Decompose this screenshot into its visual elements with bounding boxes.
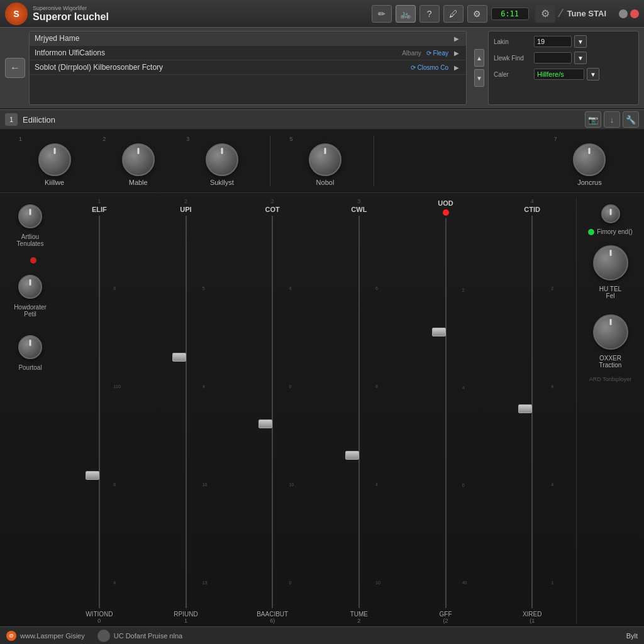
window-controls bbox=[619, 9, 639, 18]
right-knob-top[interactable] bbox=[601, 204, 620, 223]
left-label-2: Howdorater Petil bbox=[14, 304, 47, 318]
fader-handle-cwl[interactable] bbox=[345, 451, 359, 460]
left-knob-3[interactable] bbox=[18, 335, 42, 359]
knob-3[interactable] bbox=[206, 143, 238, 176]
preset-item[interactable]: Soblot (Dirrplool) Kilberosonber Fctory … bbox=[30, 60, 466, 75]
knob-group-1: 1 Kiillwe bbox=[13, 136, 96, 186]
close-button[interactable] bbox=[630, 9, 639, 18]
status-label: Fimory end() bbox=[597, 228, 633, 235]
knob-label-3: Sukllyst bbox=[210, 179, 234, 186]
knob-num-2: 2 bbox=[103, 136, 106, 142]
llewk-input[interactable] bbox=[534, 52, 572, 64]
channel-num: 3 bbox=[357, 198, 360, 204]
scroll-up-button[interactable]: ▲ bbox=[474, 49, 484, 67]
question-icon[interactable]: ? bbox=[419, 5, 440, 23]
camera-icon[interactable]: 📷 bbox=[585, 111, 601, 128]
knobs-row: 1 Kiillwe 2 Mable 3 Sukllyst 5 Nobol bbox=[0, 130, 644, 193]
knob-1[interactable] bbox=[38, 143, 71, 176]
knob-7[interactable] bbox=[573, 143, 606, 176]
preset-item[interactable]: Mrjyed Hame ▶ bbox=[30, 31, 466, 46]
status-dot-center bbox=[97, 630, 110, 642]
pen-icon[interactable]: 🖊 bbox=[443, 5, 464, 23]
llewk-dropdown[interactable]: ▼ bbox=[574, 52, 587, 64]
left-knob-2[interactable] bbox=[18, 275, 42, 299]
preset-name: Soblot (Dirrplool) Kilberosonber Fctory bbox=[35, 63, 411, 72]
wrench-icon[interactable]: 🔧 bbox=[623, 111, 639, 128]
section-header: 1 Ediliction 📷 ↓ 🔧 bbox=[0, 109, 644, 130]
preset-meta: ⟳ Closmo Co bbox=[411, 64, 448, 71]
minimize-button[interactable] bbox=[619, 9, 628, 18]
mixer-section: Artliou Tenulates Howdorater Petil Pourt… bbox=[0, 193, 644, 626]
channel-label-cwl: CWL bbox=[351, 206, 367, 213]
gear-small-icon[interactable]: ⚙ bbox=[467, 5, 487, 23]
fader-handle-cot[interactable] bbox=[258, 419, 272, 428]
caler-dropdown[interactable]: ▼ bbox=[587, 68, 599, 80]
uod-indicator bbox=[443, 209, 449, 216]
right-knob-bottom-label: OXXER Traction bbox=[599, 355, 622, 369]
fader-handle-uod[interactable] bbox=[432, 328, 446, 336]
channel-value-cwl: TUME bbox=[350, 611, 368, 618]
right-knob-middle-label: HU TEL Fel bbox=[599, 286, 621, 299]
preset-info: Albany bbox=[402, 50, 421, 57]
back-button[interactable]: ← bbox=[5, 58, 25, 78]
section-number: 1 bbox=[5, 113, 18, 126]
caler-label: Caler bbox=[494, 71, 531, 78]
channel-uod: UOD 24040 GFF (2 bbox=[404, 198, 487, 624]
title-bar: S Superonive Wigorlifer Superor Icuchel … bbox=[0, 0, 644, 28]
status-center: UC Dofant Pruise nlna bbox=[97, 630, 182, 642]
play-icon[interactable]: ▶ bbox=[452, 48, 461, 57]
channel-label-ctid: CTID bbox=[524, 206, 540, 213]
preset-item[interactable]: Intformon UlfiCations Albany ⟳ Fleay ▶ bbox=[30, 46, 466, 60]
channel-label-upi: UPI bbox=[180, 206, 191, 213]
knob-label-2: Mable bbox=[129, 179, 148, 186]
left-label-1: Artliou Tenulates bbox=[17, 233, 44, 247]
preset-list: Mrjyed Hame ▶ Intformon UlfiCations Alba… bbox=[29, 31, 467, 105]
right-knob-bottom[interactable] bbox=[593, 314, 628, 350]
lakin-dropdown[interactable]: ▼ bbox=[574, 35, 587, 48]
knob-5[interactable] bbox=[309, 143, 341, 176]
status-left: @ www.Lasmper Gisiey bbox=[6, 631, 85, 641]
channel-cot: 2 COT 40100 BAACIBUT 6) bbox=[231, 198, 314, 624]
lakin-input[interactable] bbox=[534, 36, 572, 47]
pencil-icon[interactable]: ✏ bbox=[372, 5, 392, 23]
scroll-down-button[interactable]: ▼ bbox=[474, 69, 484, 87]
preset-meta: ⟳ Fleay bbox=[426, 50, 448, 57]
caler-input[interactable] bbox=[534, 69, 584, 80]
knob-group-5: 5 Nobol bbox=[277, 136, 374, 186]
tune-label: Tune STAI bbox=[567, 9, 606, 18]
preset-name: Intformon UlfiCations bbox=[35, 48, 402, 57]
play-icon[interactable]: ▶ bbox=[452, 63, 461, 72]
mixer-left: Artliou Tenulates Howdorater Petil Pourt… bbox=[5, 198, 55, 624]
channel-upi: 2 UPI 541013 RPIUND 1 bbox=[145, 198, 228, 624]
knob-2[interactable] bbox=[122, 143, 155, 176]
fader-handle-elif[interactable] bbox=[86, 471, 99, 480]
slash-icon[interactable]: ∕ bbox=[560, 7, 562, 20]
plugin-name: Superor Icuchel bbox=[33, 11, 372, 23]
status-indicator-row: Fimory end() bbox=[588, 228, 633, 235]
channel-num2-ctid: (1 bbox=[530, 618, 535, 624]
channel-num: 4 bbox=[531, 198, 534, 204]
right-knob-middle[interactable] bbox=[593, 245, 628, 280]
channel-label-cot: COT bbox=[265, 206, 280, 213]
channel-num2-cwl: 2 bbox=[357, 618, 360, 624]
title-bar-text: Superonive Wigorlifer Superor Icuchel bbox=[33, 5, 372, 23]
status-right-label: Bylt bbox=[626, 632, 638, 640]
preset-name: Mrjyed Hame bbox=[35, 34, 448, 43]
knob-group-7: 7 Joncrus bbox=[548, 136, 631, 186]
fader-channels: 1 ELIF 811064 WITIOND 0 2 UPI bbox=[58, 198, 574, 624]
settings-icon[interactable]: ⚙ bbox=[535, 5, 555, 23]
channel-num2-upi: 1 bbox=[184, 618, 187, 624]
fader-handle-ctid[interactable] bbox=[518, 404, 532, 413]
channel-value-elif: WITIOND bbox=[86, 611, 113, 618]
channel-cwl: 3 CWL 68410 TUME 2 bbox=[318, 198, 401, 624]
mixer-right: Fimory end() HU TEL Fel OXXER Traction A… bbox=[576, 198, 639, 624]
fader-handle-upi[interactable] bbox=[172, 353, 186, 362]
channel-label-uod: UOD bbox=[438, 199, 453, 207]
preset-bar: ← Mrjyed Hame ▶ Intformon UlfiCations Al… bbox=[0, 28, 644, 109]
play-icon[interactable]: ▶ bbox=[452, 34, 461, 43]
bicycle-icon[interactable]: 🚲 bbox=[396, 5, 416, 23]
llewk-label: Llewk Find bbox=[494, 55, 531, 62]
left-knob-1[interactable] bbox=[18, 204, 42, 228]
app-logo: S bbox=[5, 3, 28, 25]
arrow-down-icon[interactable]: ↓ bbox=[604, 111, 620, 128]
